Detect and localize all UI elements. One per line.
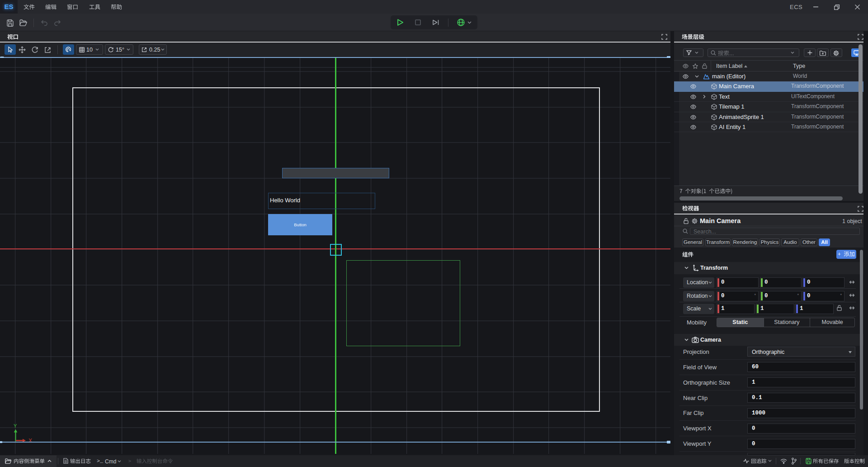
svg-text:X: X <box>28 438 32 444</box>
svg-text:Y: Y <box>14 423 17 429</box>
